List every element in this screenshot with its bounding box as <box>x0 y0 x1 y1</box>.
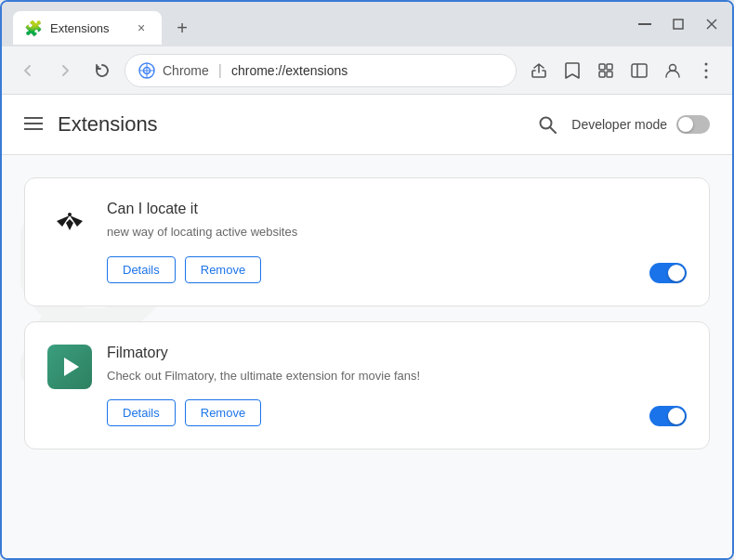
bookmark-button[interactable] <box>557 56 587 85</box>
extension-actions: Details Remove <box>107 256 687 283</box>
play-icon <box>64 358 79 376</box>
profile-button[interactable] <box>658 56 688 85</box>
page-content: Extensions Developer mode FIASH.COM <box>2 95 732 558</box>
extension-description: new way of locating active websites <box>107 223 687 241</box>
svg-rect-9 <box>607 64 612 70</box>
extension-info: Can I locate it new way of locating acti… <box>107 201 687 283</box>
back-button[interactable] <box>13 56 43 85</box>
nav-icons <box>524 56 721 85</box>
remove-button[interactable]: Remove <box>185 399 261 426</box>
svg-point-25 <box>68 213 72 216</box>
extensions-header: Extensions Developer mode <box>2 95 732 155</box>
svg-point-16 <box>705 69 708 72</box>
svg-rect-10 <box>599 72 605 77</box>
extension-toggle-thumb <box>668 408 685 424</box>
refresh-button[interactable] <box>87 56 117 85</box>
developer-mode-section: Developer mode <box>532 110 710 139</box>
browser-brand: Chrome <box>163 63 209 78</box>
search-button[interactable] <box>532 110 562 139</box>
title-bar: 🧩 Extensions × + <box>2 2 732 46</box>
address-separator: | <box>218 62 222 79</box>
extension-name: Filmatory <box>107 345 687 361</box>
toggle-thumb <box>678 117 693 132</box>
svg-line-22 <box>550 127 556 133</box>
extension-name: Can I locate it <box>107 201 687 217</box>
tab-title: Extensions <box>50 21 125 35</box>
extensions-list: FIASH.COM <box>2 155 732 472</box>
remove-button[interactable]: Remove <box>185 256 261 283</box>
browser-window: 🧩 Extensions × + <box>0 0 734 560</box>
extension-actions: Details Remove <box>107 399 687 426</box>
close-button[interactable] <box>702 15 721 33</box>
tab-close-button[interactable]: × <box>132 19 151 37</box>
chrome-icon <box>138 62 155 79</box>
details-button[interactable]: Details <box>107 256 176 283</box>
address-bar[interactable]: Chrome | chrome://extensions <box>125 54 517 87</box>
nav-bar: Chrome | chrome://extensions <box>2 46 732 95</box>
svg-rect-1 <box>674 20 683 29</box>
developer-mode-toggle[interactable] <box>676 115 710 134</box>
svg-point-17 <box>705 75 708 78</box>
extensions-button[interactable] <box>591 56 621 85</box>
page-title: Extensions <box>58 112 532 137</box>
svg-rect-12 <box>632 64 647 77</box>
extension-description: Check out Filmatory, the ultimate extens… <box>107 367 687 385</box>
minimize-button[interactable] <box>636 15 654 33</box>
extension-info: Filmatory Check out Filmatory, the ultim… <box>107 345 687 427</box>
svg-rect-11 <box>607 72 612 77</box>
filmatory-icon <box>47 345 92 389</box>
details-button[interactable]: Details <box>107 399 176 426</box>
browser-tab[interactable]: 🧩 Extensions × <box>13 11 162 45</box>
hamburger-icon[interactable] <box>24 114 43 136</box>
svg-point-15 <box>705 62 708 65</box>
maximize-button[interactable] <box>669 15 688 33</box>
window-controls <box>636 15 721 41</box>
sidebar-button[interactable] <box>624 56 654 85</box>
svg-rect-0 <box>638 23 651 25</box>
dev-mode-label: Developer mode <box>571 117 667 132</box>
svg-rect-8 <box>599 64 605 70</box>
new-tab-button[interactable]: + <box>169 15 195 41</box>
menu-button[interactable] <box>691 56 721 85</box>
extension-toggle[interactable] <box>649 263 687 283</box>
extension-icon <box>47 201 92 245</box>
extension-toggle-thumb <box>668 265 685 281</box>
share-button[interactable] <box>524 56 554 85</box>
extension-card: Can I locate it new way of locating acti… <box>24 177 710 306</box>
forward-button[interactable] <box>50 56 80 85</box>
tab-icon: 🧩 <box>24 20 43 37</box>
extension-card: Filmatory Check out Filmatory, the ultim… <box>24 321 710 450</box>
extension-toggle[interactable] <box>649 406 687 426</box>
extension-icon <box>47 345 92 389</box>
address-url: chrome://extensions <box>231 63 347 78</box>
